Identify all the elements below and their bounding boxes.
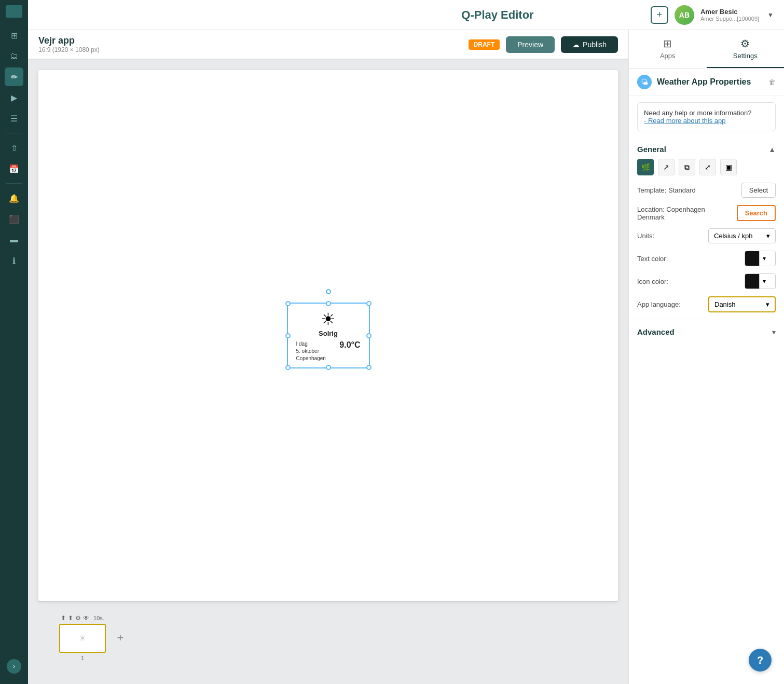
selection-handle-tl[interactable] — [285, 301, 291, 306]
sidebar-item-video[interactable]: ▶ — [5, 88, 23, 107]
units-row: Units: Celsius / kph ▾ — [637, 228, 776, 243]
advanced-section: Advanced ▾ — [629, 320, 784, 341]
sidebar-item-share[interactable]: ⇧ — [5, 139, 23, 157]
slide-thumb-icons: ⬆ ⬆ ⚙ 👁 10s. — [61, 614, 104, 622]
sidebar-item-bell[interactable]: 🔔 — [5, 189, 23, 208]
icon-color-label: Icon color: — [637, 278, 739, 285]
content-row: Vejr app 16:9 (1920 × 1080 px) DRAFT Pre… — [28, 30, 784, 684]
icon-color-picker[interactable]: ▾ — [745, 273, 776, 289]
slide-info: Vejr app 16:9 (1920 × 1080 px) — [38, 35, 100, 53]
add-slide-button[interactable]: + — [113, 631, 128, 645]
general-section-header[interactable]: General ▲ — [637, 138, 776, 159]
topbar-right: + AB Amer Besic Amer Suppo...[100009] ▼ — [651, 5, 774, 25]
slide-icon-upload2: ⬆ — [68, 614, 73, 622]
text-color-row: Text color: ▾ — [637, 251, 776, 266]
panel-tabs: ⊞ Apps ⚙ Settings — [629, 30, 784, 69]
slide-thumb[interactable]: ☀ — [59, 624, 106, 653]
canvas-wrapper: ☀ Solrig I dag 5. oktober Copenhagen 9.0… — [38, 70, 618, 601]
general-chevron-icon: ▲ — [768, 145, 776, 154]
topbar: Q-Play Editor + AB Amer Besic Amer Suppo… — [28, 0, 784, 30]
user-info: Amer Besic Amer Suppo...[100009] — [700, 8, 759, 22]
icon-btn-4[interactable]: ⤢ — [699, 159, 716, 175]
sidebar-item-table[interactable]: ⬛ — [5, 210, 23, 228]
sidebar-logo — [6, 5, 22, 18]
avatar: AB — [675, 5, 694, 25]
slide-icon-settings: ⚙ — [75, 614, 81, 622]
general-section-title: General — [637, 145, 666, 154]
template-label: Template: Standard — [637, 186, 736, 194]
units-dropdown[interactable]: Celsius / kph ▾ — [708, 228, 776, 243]
apps-tab-label: Apps — [660, 52, 676, 60]
slide-icon-upload: ⬆ — [61, 614, 66, 622]
sidebar-item-calendar[interactable]: 📅 — [5, 159, 23, 178]
language-dropdown[interactable]: Danish ▾ — [708, 296, 776, 312]
language-row: App language: Danish ▾ — [637, 296, 776, 312]
text-color-label: Text color: — [637, 255, 739, 263]
user-sub: Amer Suppo...[100009] — [700, 16, 759, 22]
sidebar-divider — [6, 133, 22, 133]
icon-btn-2[interactable]: ↗ — [658, 159, 675, 175]
canvas-area[interactable]: ☀ Solrig I dag 5. oktober Copenhagen 9.0… — [28, 60, 628, 684]
sidebar-item-editor[interactable]: ✏ — [5, 67, 23, 86]
language-chevron-icon: ▾ — [766, 300, 769, 308]
sidebar: ⊞ 🗂 ✏ ▶ ☰ ⇧ 📅 🔔 ⬛ ▬ ℹ › — [0, 0, 28, 684]
weather-date-line2: 5. oktober — [296, 348, 326, 355]
units-label: Units: — [637, 232, 703, 240]
selection-handle-bm[interactable] — [326, 365, 331, 370]
sidebar-item-dashboard[interactable]: ⊞ — [5, 26, 23, 45]
slide-icon-eye: 👁 — [83, 614, 89, 622]
text-color-picker[interactable]: ▾ — [745, 251, 776, 266]
location-search-button[interactable]: Search — [737, 205, 776, 221]
icon-btn-5[interactable]: ▣ — [720, 159, 737, 175]
sidebar-item-media[interactable]: 🗂 — [5, 47, 23, 65]
weather-date-line3: Copenhagen — [296, 355, 326, 362]
selection-handle-ml[interactable] — [285, 333, 291, 338]
editor-area: Vejr app 16:9 (1920 × 1080 px) DRAFT Pre… — [28, 30, 628, 684]
advanced-section-header[interactable]: Advanced ▾ — [637, 320, 776, 341]
icon-btn-3[interactable]: ⧉ — [679, 159, 695, 175]
advanced-section-title: Advanced — [637, 327, 675, 336]
slide-dims: 16:9 (1920 × 1080 px) — [38, 46, 100, 53]
sidebar-collapse-button[interactable]: › — [7, 659, 21, 674]
selection-handle-tr[interactable] — [366, 301, 372, 306]
sidebar-item-playlist[interactable]: ☰ — [5, 109, 23, 128]
slide-thumb-container: ⬆ ⬆ ⚙ 👁 10s. ☀ 1 — [59, 614, 106, 661]
help-text: Need any help or more information? — [644, 109, 769, 117]
tab-settings[interactable]: ⚙ Settings — [707, 30, 785, 68]
slide-strip-area: ⬆ ⬆ ⚙ 👁 10s. ☀ 1 + — [38, 601, 618, 674]
general-section: General ▲ 🌿 ↗ ⧉ ⤢ ▣ Template: Standard S… — [629, 138, 784, 320]
units-chevron-icon: ▾ — [766, 232, 770, 240]
draft-badge: DRAFT — [469, 39, 500, 50]
apps-tab-icon: ⊞ — [663, 37, 672, 50]
sidebar-item-bar[interactable]: ▬ — [5, 230, 23, 249]
publish-cloud-icon: ☁ — [572, 40, 580, 49]
delete-icon[interactable]: 🗑 — [768, 78, 776, 86]
add-button[interactable]: + — [651, 6, 668, 24]
panel-title: Weather App Properties — [657, 77, 763, 87]
tab-apps[interactable]: ⊞ Apps — [629, 30, 707, 68]
selection-handle-top[interactable] — [326, 289, 331, 294]
main-area: Q-Play Editor + AB Amer Besic Amer Suppo… — [28, 0, 784, 684]
selection-handle-br[interactable] — [366, 365, 372, 370]
selection-handle-tm[interactable] — [326, 301, 331, 306]
user-chevron-icon[interactable]: ▼ — [767, 11, 774, 19]
text-color-swatch — [745, 251, 760, 266]
icon-color-swatch — [745, 274, 760, 289]
weather-temp: 9.0°C — [339, 340, 360, 350]
selection-handle-bl[interactable] — [285, 365, 291, 370]
preview-button[interactable]: Preview — [506, 36, 555, 53]
weather-widget[interactable]: ☀ Solrig I dag 5. oktober Copenhagen 9.0… — [287, 303, 370, 368]
help-bubble[interactable]: ? — [749, 649, 772, 672]
help-link[interactable]: - Read more about this app — [644, 117, 726, 125]
selection-handle-mr[interactable] — [366, 333, 372, 338]
icon-btn-1[interactable]: 🌿 — [637, 159, 654, 175]
location-label: Location: Copenhagen Denmark — [637, 206, 732, 221]
slide-thumb-preview: ☀ — [78, 633, 87, 644]
weather-app-icon: 🌤 — [637, 75, 652, 89]
publish-button[interactable]: ☁ Publish — [561, 36, 618, 53]
settings-tab-icon: ⚙ — [740, 37, 750, 50]
template-row: Template: Standard Select — [637, 183, 776, 198]
sidebar-item-info[interactable]: ℹ — [5, 251, 23, 270]
template-select-button[interactable]: Select — [741, 183, 776, 198]
language-value: Danish — [714, 300, 735, 308]
